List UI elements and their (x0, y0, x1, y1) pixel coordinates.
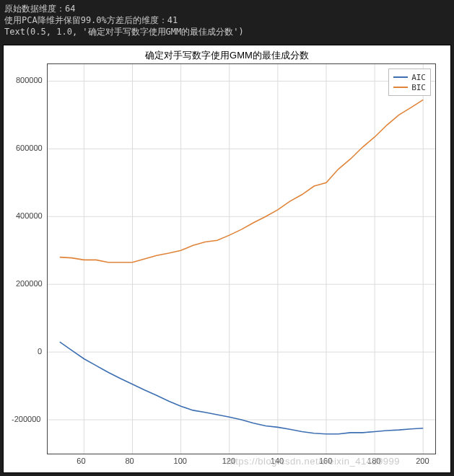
y-tick-label: 400000 (16, 211, 43, 220)
console-output: 原始数据维度：64 使用PCA降维并保留99.0%方差后的维度：41 Text(… (0, 0, 454, 39)
csdn-watermark: https://blog.csdn.net/weixin_41429999 (227, 456, 400, 467)
y-tick-label: -200000 (12, 415, 40, 423)
y-tick-label: 200000 (16, 279, 43, 288)
legend: AIC BIC (388, 69, 431, 96)
plot-area (48, 64, 435, 454)
x-tick-label: 200 (416, 457, 429, 465)
legend-swatch-aic (393, 76, 408, 78)
matplotlib-figure: 确定对手写数字使用GMM的最佳成分数 AIC BIC -200000020000… (3, 45, 451, 473)
y-tick-label: 600000 (16, 144, 43, 152)
stdout-line-1: 原始数据维度：64 (4, 3, 450, 14)
legend-entry-aic: AIC (393, 72, 426, 82)
x-tick-label: 100 (174, 457, 187, 465)
legend-label-bic: BIC (411, 83, 426, 92)
y-tick-label: 800000 (16, 76, 43, 84)
x-tick-label: 80 (125, 457, 134, 465)
legend-label-aic: AIC (411, 73, 426, 82)
chart-title: 确定对手写数字使用GMM的最佳成分数 (4, 49, 450, 62)
y-tick-label: 0 (38, 347, 42, 356)
legend-entry-bic: BIC (393, 82, 426, 92)
legend-swatch-bic (393, 87, 408, 88)
chart-axes: AIC BIC -2000000200000400000600000800000… (47, 63, 436, 454)
stdout-line-2: 使用PCA降维并保留99.0%方差后的维度：41 (4, 14, 450, 26)
repl-return-line: Text(0.5, 1.0, '确定对手写数字使用GMM的最佳成分数') (4, 26, 450, 38)
x-tick-label: 60 (77, 457, 85, 465)
